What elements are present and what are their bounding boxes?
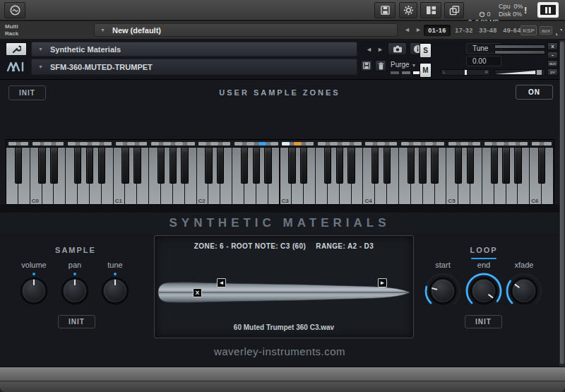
black-key-D#4[interactable] bbox=[383, 148, 391, 184]
edit-instrument-button[interactable] bbox=[6, 42, 27, 56]
black-key-G#4[interactable] bbox=[419, 148, 426, 184]
performance-view-button[interactable]: pv bbox=[547, 69, 558, 76]
loop-init-button[interactable]: INIT bbox=[465, 315, 502, 328]
black-key-A#4[interactable] bbox=[431, 148, 438, 184]
snapshot-button[interactable] bbox=[388, 42, 407, 55]
black-key-G#5[interactable] bbox=[502, 148, 509, 184]
octave-label-C6: C6 bbox=[531, 198, 538, 204]
rack-scrollbar[interactable] bbox=[559, 40, 565, 367]
rack-bar: MultiRack ▼New (default) ◄ ► 01-1617-323… bbox=[0, 21, 565, 40]
pan-slider[interactable]: L R bbox=[441, 69, 490, 76]
workspace-button[interactable] bbox=[444, 2, 464, 18]
save-button[interactable] bbox=[374, 2, 396, 18]
black-key-A#5[interactable] bbox=[514, 148, 521, 184]
remove-instrument-button[interactable] bbox=[375, 60, 386, 71]
purge-menu[interactable]: Purge ▼ bbox=[391, 61, 416, 69]
black-key-C#2[interactable] bbox=[205, 148, 212, 184]
loop-end-marker[interactable]: ► bbox=[378, 278, 387, 287]
ksp-button[interactable]: KSP bbox=[521, 25, 537, 35]
key-tick-A#2 bbox=[266, 142, 270, 145]
resize-button[interactable] bbox=[555, 26, 563, 39]
black-key-C#6[interactable] bbox=[538, 148, 545, 184]
zones-init-button[interactable]: INIT bbox=[8, 85, 46, 100]
footer-url: waverley-instruments.com bbox=[0, 345, 559, 357]
black-key-F#0[interactable] bbox=[74, 148, 81, 184]
black-key-C#1[interactable] bbox=[121, 148, 129, 184]
key-tick-G3 bbox=[330, 142, 338, 145]
black-key-C#5[interactable] bbox=[455, 148, 462, 184]
midi-icon bbox=[479, 11, 485, 17]
loop-end-knob[interactable] bbox=[464, 271, 504, 314]
black-key-F#3[interactable] bbox=[324, 148, 331, 184]
black-key-G#0[interactable] bbox=[86, 148, 93, 184]
minimize-instrument-button[interactable]: - bbox=[547, 52, 558, 59]
page-button-01-16[interactable]: 01-16 bbox=[424, 25, 451, 36]
volume-slider[interactable] bbox=[494, 69, 545, 76]
key-tick-A0 bbox=[92, 142, 100, 145]
save-instrument-button[interactable] bbox=[361, 60, 372, 71]
sample-pan-knob[interactable] bbox=[55, 271, 95, 314]
black-key-C#0[interactable] bbox=[38, 148, 45, 184]
keyboard-shadow-band bbox=[0, 205, 559, 213]
black-key-D#2[interactable] bbox=[217, 148, 224, 184]
black-key-F#4[interactable] bbox=[408, 148, 415, 184]
black-key-D#1[interactable] bbox=[133, 148, 141, 184]
key-tick-A4 bbox=[425, 142, 433, 145]
scrollbar-thumb[interactable] bbox=[560, 42, 564, 364]
prev-instrument-button[interactable]: ◄ bbox=[366, 46, 372, 53]
engine-power-button[interactable] bbox=[4, 2, 25, 18]
zones-on-button[interactable]: ON bbox=[516, 85, 553, 100]
mute-button[interactable]: M bbox=[420, 63, 432, 78]
black-key-A#0[interactable] bbox=[98, 148, 105, 184]
sample-init-button[interactable]: INIT bbox=[58, 315, 95, 328]
sample-tune-knob[interactable] bbox=[95, 271, 135, 314]
zone-marker-D3 bbox=[294, 142, 302, 145]
ni-logo[interactable] bbox=[537, 2, 559, 18]
prev-arrow-button[interactable]: ◄ bbox=[404, 26, 410, 33]
next-arrow-button[interactable]: ► bbox=[415, 26, 422, 33]
options-button[interactable] bbox=[399, 2, 417, 18]
key-tick-G#1 bbox=[171, 142, 175, 145]
black-key-G#1[interactable] bbox=[170, 148, 177, 184]
solo-button[interactable]: S bbox=[420, 43, 432, 58]
close-instrument-button[interactable]: x bbox=[547, 42, 558, 50]
volume-handle[interactable] bbox=[537, 70, 542, 75]
remove-sample-marker[interactable]: X bbox=[193, 288, 202, 297]
sample-display: ZONE: 6 - ROOT NOTE: C3 (60)RANGE: A2 - … bbox=[154, 235, 414, 338]
key-tick-B-1 bbox=[20, 142, 28, 145]
black-key-C#3[interactable] bbox=[288, 148, 295, 184]
page-button-17-32[interactable]: 17-32 bbox=[452, 25, 476, 36]
instrument-header-bar[interactable]: ▼SFM-360-MUTED-TRUMPET bbox=[31, 59, 357, 75]
bank-header-bar[interactable]: ▼Synthetic Materials bbox=[31, 42, 357, 57]
key-tick-A3 bbox=[342, 142, 350, 145]
multi-preset-field[interactable]: ▼New (default) bbox=[94, 23, 398, 37]
loop-xfade-knob[interactable] bbox=[504, 271, 544, 314]
key-tick-G#4 bbox=[421, 142, 425, 145]
black-key-F#1[interactable] bbox=[157, 148, 165, 184]
pan-handle[interactable] bbox=[465, 70, 467, 75]
black-key-A#1[interactable] bbox=[181, 148, 188, 184]
top-bar: 0 0 0.82 MB Cpu 0% Disk 0% ! bbox=[0, 0, 565, 20]
next-instrument-button[interactable]: ► bbox=[377, 46, 383, 53]
warning-indicator[interactable]: ! bbox=[524, 5, 527, 16]
black-key-F#5[interactable] bbox=[491, 148, 498, 184]
key-tick-E0 bbox=[56, 142, 64, 145]
black-key-A#3[interactable] bbox=[347, 148, 355, 184]
black-key-G#2[interactable] bbox=[253, 148, 260, 184]
loop-start-knob[interactable] bbox=[423, 271, 463, 314]
black-key-D#5[interactable] bbox=[467, 148, 474, 184]
black-key-A#-1[interactable] bbox=[15, 148, 22, 184]
black-key-D#0[interactable] bbox=[50, 148, 57, 184]
black-key-G#3[interactable] bbox=[336, 148, 343, 184]
key-tick-C4 bbox=[365, 142, 373, 145]
aux-send-button[interactable]: aux bbox=[547, 60, 558, 67]
page-button-33-48[interactable]: 33-48 bbox=[476, 25, 500, 36]
loop-start-marker[interactable]: ◄ bbox=[217, 278, 226, 287]
black-key-D#3[interactable] bbox=[300, 148, 307, 184]
sample-volume-knob[interactable] bbox=[14, 271, 54, 314]
black-key-A#2[interactable] bbox=[264, 148, 271, 184]
aux-button[interactable]: aux bbox=[540, 26, 552, 35]
black-key-F#2[interactable] bbox=[241, 148, 248, 184]
view-layout-button[interactable] bbox=[420, 2, 441, 18]
black-key-C#4[interactable] bbox=[371, 148, 379, 184]
